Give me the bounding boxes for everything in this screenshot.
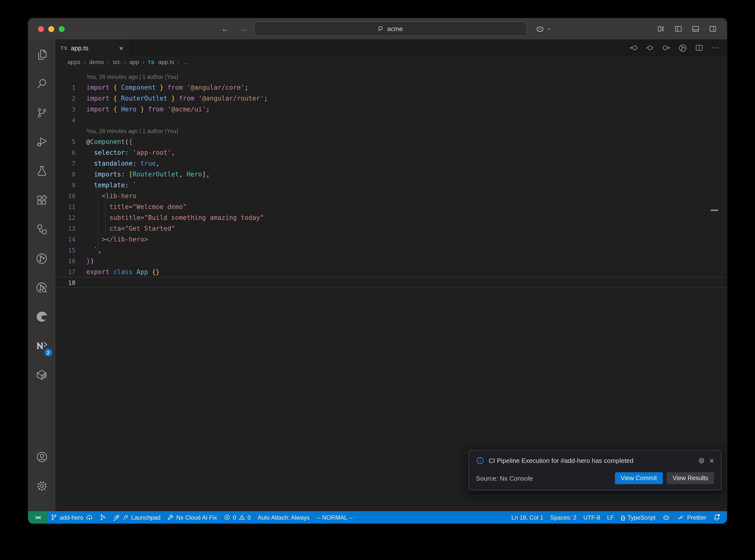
split-editor-icon[interactable] bbox=[695, 43, 704, 52]
code-line[interactable]: 5@Component({ bbox=[56, 136, 727, 147]
source-control-icon[interactable] bbox=[31, 102, 53, 124]
continue-icon[interactable] bbox=[662, 43, 671, 52]
explorer-icon[interactable] bbox=[31, 43, 53, 66]
navigate-back-icon[interactable]: ← bbox=[221, 25, 229, 33]
zoom-window-button[interactable] bbox=[59, 26, 65, 32]
overview-ruler-marker bbox=[711, 209, 718, 211]
notifications-bell[interactable] bbox=[710, 511, 724, 523]
extensions-icon[interactable] bbox=[31, 189, 53, 212]
close-window-button[interactable] bbox=[38, 26, 44, 32]
launchpad-status[interactable]: Launchpad bbox=[110, 511, 164, 523]
commit-graph-status[interactable] bbox=[96, 511, 110, 523]
line-number bbox=[56, 72, 86, 81]
code-line[interactable]: 11 title="Welcmoe demo" bbox=[56, 201, 727, 212]
code-text: selector: 'app-root', bbox=[86, 147, 175, 157]
breadcrumb-item[interactable]: demo bbox=[89, 59, 104, 65]
search-view-icon[interactable] bbox=[31, 73, 53, 95]
eol-label: LF bbox=[607, 514, 614, 521]
code-line[interactable]: 15 `, bbox=[56, 244, 727, 255]
chevron-down-icon[interactable] bbox=[547, 26, 551, 31]
testing-icon[interactable] bbox=[31, 160, 53, 182]
code-line[interactable]: 16}) bbox=[56, 255, 727, 266]
encoding-status[interactable]: UTF-8 bbox=[580, 511, 603, 523]
more-actions-icon[interactable] bbox=[711, 43, 720, 52]
toggle-secondary-sidebar-icon[interactable] bbox=[709, 25, 717, 33]
error-count: 0 bbox=[233, 514, 236, 521]
run-pause-icon[interactable] bbox=[645, 43, 654, 52]
copilot-icon[interactable] bbox=[535, 24, 545, 34]
accounts-icon[interactable] bbox=[31, 446, 53, 468]
breadcrumb-separator: › bbox=[124, 59, 126, 65]
cursor-position-status[interactable]: Ln 18, Col 1 bbox=[508, 511, 547, 523]
customize-layout-icon[interactable] bbox=[657, 25, 665, 33]
tab-label: app.ts bbox=[71, 44, 88, 52]
code-line[interactable]: 9 template: ` bbox=[56, 179, 727, 190]
code-line[interactable]: 7 standalone: true, bbox=[56, 158, 727, 168]
eol-status[interactable]: LF bbox=[603, 511, 617, 523]
code-line[interactable]: 2import { RouterOutlet } from '@angular/… bbox=[56, 93, 727, 103]
commit-graph-icon[interactable] bbox=[31, 247, 53, 269]
code-line[interactable]: 18 bbox=[56, 277, 727, 288]
line-number: 8 bbox=[56, 169, 86, 179]
cloud-upload-icon bbox=[86, 514, 93, 521]
copilot-status[interactable] bbox=[659, 511, 674, 523]
code-line[interactable]: 6 selector: 'app-root', bbox=[56, 147, 727, 158]
blame-annotation: You, 26 minutes ago | 1 author (You) bbox=[56, 125, 727, 136]
code-line[interactable]: 17export class App {} bbox=[56, 266, 727, 277]
toggle-primary-sidebar-icon[interactable] bbox=[674, 25, 682, 33]
code-line[interactable]: 12 subtitle="Build something amazing tod… bbox=[56, 212, 727, 223]
workspace-link-icon[interactable] bbox=[31, 218, 53, 241]
breadcrumb-item[interactable]: apps bbox=[67, 59, 80, 65]
settings-gear-icon[interactable] bbox=[31, 475, 53, 497]
screen: ← → acme bbox=[0, 0, 755, 560]
toggle-panel-icon[interactable] bbox=[691, 25, 700, 33]
run-debug-icon[interactable] bbox=[31, 131, 53, 153]
code-line[interactable]: 10 <lib-hero bbox=[56, 190, 727, 201]
code-line[interactable]: 1import { Component } from '@angular/cor… bbox=[56, 82, 727, 93]
breadcrumb-symbol[interactable]: … bbox=[183, 59, 189, 65]
code-line[interactable]: 3import { Hero } from '@acme/ui'; bbox=[56, 103, 727, 114]
code-line[interactable]: 4 bbox=[56, 114, 727, 125]
view-results-button[interactable]: View Results bbox=[667, 472, 714, 484]
line-number: 3 bbox=[56, 104, 86, 114]
line-number: 15 bbox=[56, 245, 86, 255]
code-line[interactable]: 8 imports: [RouterOutlet, Hero], bbox=[56, 168, 727, 179]
language-mode-status[interactable]: {} TypeScript bbox=[617, 511, 659, 523]
notification-close-icon[interactable]: × bbox=[709, 457, 714, 465]
problems-status[interactable]: 0 0 bbox=[220, 511, 254, 523]
code-text: title="Welcmoe demo" bbox=[86, 202, 187, 212]
error-icon bbox=[224, 514, 230, 521]
breadcrumb-item[interactable]: src bbox=[113, 59, 121, 65]
indentation-status[interactable]: Spaces: 2 bbox=[547, 511, 580, 523]
code-editor[interactable]: You, 26 minutes ago | 1 author (You)1imp… bbox=[56, 68, 727, 511]
tab-app-ts[interactable]: TS app.ts × bbox=[56, 39, 129, 56]
formatter-status[interactable]: Prettier bbox=[674, 511, 710, 523]
git-branch-status[interactable]: add-hero bbox=[47, 511, 96, 523]
nx-console-icon[interactable]: 2 bbox=[31, 334, 53, 357]
commit-graph-action-icon[interactable] bbox=[678, 43, 688, 53]
breadcrumb-item[interactable]: app bbox=[129, 59, 139, 65]
nx-cloud-status[interactable]: Nx Cloud AI Fix bbox=[164, 511, 220, 523]
edge-browser-icon[interactable] bbox=[31, 305, 53, 328]
view-commit-button[interactable]: View Commit bbox=[615, 472, 663, 484]
indentation-label: Spaces: 2 bbox=[550, 514, 576, 521]
code-line[interactable]: 14 ></lib-hero> bbox=[56, 234, 727, 244]
line-number: 10 bbox=[56, 191, 86, 201]
code-lines: You, 26 minutes ago | 1 author (You)1imp… bbox=[56, 71, 727, 288]
history-search-icon[interactable] bbox=[31, 276, 53, 299]
branch-name: add-hero bbox=[60, 514, 83, 521]
breadcrumb-file[interactable]: app.ts bbox=[158, 59, 174, 65]
navigate-forward-icon[interactable]: → bbox=[239, 25, 247, 33]
breadcrumb-separator: › bbox=[142, 59, 144, 65]
command-center-search[interactable]: acme bbox=[254, 22, 527, 36]
container-icon[interactable] bbox=[31, 363, 53, 386]
close-tab-icon[interactable]: × bbox=[119, 44, 123, 52]
step-back-icon[interactable] bbox=[629, 43, 638, 52]
auto-attach-status[interactable]: Auto Attach: Always bbox=[254, 511, 313, 523]
code-line[interactable]: 13 cta="Get Started" bbox=[56, 223, 727, 234]
vim-mode-status[interactable]: -- NORMAL -- bbox=[313, 511, 356, 523]
language-label: TypeScript bbox=[628, 514, 655, 521]
remote-indicator[interactable]: >< bbox=[28, 511, 47, 523]
notification-settings-gear-icon[interactable] bbox=[698, 457, 705, 464]
minimize-window-button[interactable] bbox=[48, 26, 54, 32]
